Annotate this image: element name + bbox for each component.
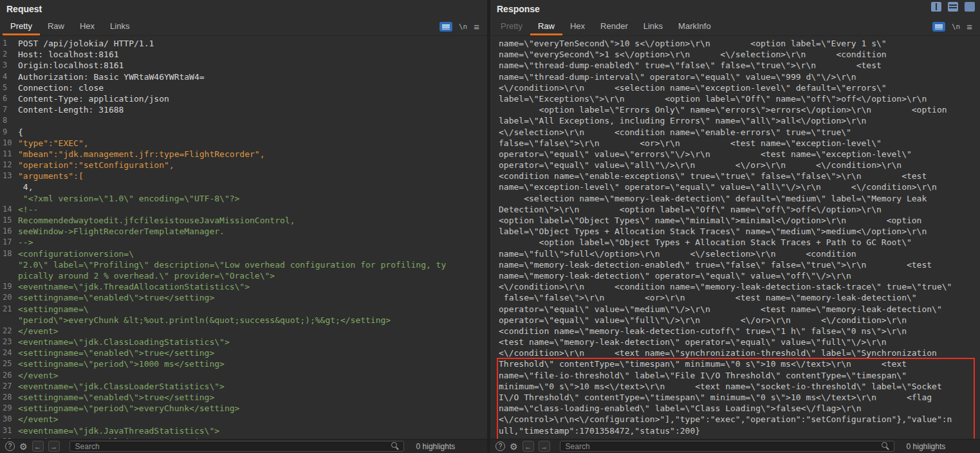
search-field-wrap [69,441,404,452]
layout-controls [931,2,975,12]
line-number: 1 [0,38,15,49]
line-number [0,181,15,192]
menu-icon[interactable]: ≡ [966,22,972,32]
code-line: <\/selection>\r\n <condition name=\"enab… [490,127,980,138]
code-line: "2.0\" label=\"Profiling\" description=\… [0,259,487,270]
code-line: name=\"memory-leak-detection\" operator=… [490,270,980,281]
line-number: 13 [0,171,15,181]
code-line: 20<settingname=\"enabled\">true</setting… [0,292,487,303]
code-line: false=\"false\">\r\n <or>\r\n <test name… [490,138,980,149]
line-number: 28 [0,392,15,403]
tab-links[interactable]: Links [636,18,670,35]
search-input[interactable] [69,441,404,452]
code-line: 8 [0,115,487,126]
tab-hex[interactable]: Hex [72,18,102,35]
code-line: operator=\"equal\" value=\"medium\"\/>\r… [490,304,980,315]
line-number [0,193,15,204]
code-line: 5Connection: close [0,82,487,93]
line-number: 12 [0,160,15,171]
tab-render[interactable]: Render [593,18,636,35]
code-line: 15Recommendedwaytoedit.jfcfilesistouseJa… [0,215,487,226]
tab-links[interactable]: Links [102,18,137,35]
prev-match-button[interactable]: ← [32,441,44,452]
single-pane-icon[interactable] [965,2,975,12]
line-number: 10 [0,138,15,149]
line-number: 9 [0,127,15,138]
settings-gear-icon[interactable]: ⚙ [19,442,28,451]
line-number: 2 [0,49,15,60]
line-number: 25 [0,358,15,369]
code-line: <option label=\"Errors Only\" name=\"err… [490,104,980,115]
code-line: 22</event> [0,326,487,337]
next-match-button[interactable]: → [48,441,60,452]
code-line: minimum=\"0 s\">10 ms<\/text>\r\n <text … [490,381,980,392]
code-line: name=\"class-loading-enabled\" label=\"C… [490,403,980,414]
split-columns-icon[interactable] [931,2,941,12]
code-line: "<?xml version=\"1.0\" encoding=\"UTF-8\… [0,193,487,204]
prev-match-button[interactable]: ← [522,441,534,452]
code-line: label=\"All Exceptions, including Errors… [490,115,980,126]
line-number: 30 [0,414,15,425]
request-tabs: PrettyRawHexLinks [3,18,137,35]
tab-hex[interactable]: Hex [562,18,593,35]
line-number: 29 [0,403,15,414]
split-rows-icon[interactable] [948,2,958,12]
code-line: 14<!-- [0,204,487,215]
code-line: label=\"Object Types + Allocation Stack … [490,226,980,237]
code-line: pically around 2 % overhead.\" provider=… [0,270,487,281]
code-line: 27<eventname=\"jdk.ClassLoaderStatistics… [0,381,487,392]
request-editor[interactable]: 1POST /api/jolokia/ HTTP/1.12Host: local… [0,36,487,439]
tab-pretty[interactable]: Pretty [493,18,530,35]
code-line: operator=\"equal\" value=\"errors\"\/>\r… [490,149,980,160]
line-number: 7 [0,104,15,115]
code-line: name=\"thread-dump-interval\" operator=\… [490,71,980,82]
code-line: Detection\">\r\n <option label=\"Off\" n… [490,204,980,215]
line-number: 23 [0,337,15,347]
code-line: 19<eventname=\"jdk.ThreadAllocationStati… [0,281,487,292]
line-number: 6 [0,93,15,104]
code-line: 11"mbean":"jdk.management.jfr:type=Fligh… [0,149,487,160]
code-line: <selection name=\"memory-leak-detection\… [490,193,980,204]
response-tab-icons: \n ≡ [932,18,977,35]
code-line: operator=\"equal\" value=\"full\"\/>\r\n… [490,315,980,326]
line-number: 8 [0,115,15,126]
code-line: <test name=\"memory-leak-detection\" ope… [490,337,980,347]
response-editor[interactable]: name=\"everyTenSecond\">10 s<\/option>\r… [490,36,980,439]
code-line: <option label=\"Object Types\" name=\"mi… [490,215,980,226]
wrap-lines-icon[interactable] [932,22,945,32]
show-newlines-icon[interactable]: \n [952,23,960,31]
code-line: 4, [0,181,487,192]
code-line: 29<settingname=\"period\">everyChunk</se… [0,403,487,414]
line-number: 31 [0,425,15,436]
tab-raw[interactable]: Raw [530,18,562,35]
line-number: 22 [0,326,15,337]
code-line: false=\"false\">\r\n <or>\r\n <test name… [490,292,980,303]
code-line: name=\"memory-leak-detection-enabled\" t… [490,259,980,270]
highlights-count: 0 highlights [416,442,456,451]
code-line: 17--> [0,237,487,248]
code-line: 6Content-Type: application/json [0,93,487,104]
wrap-lines-icon[interactable] [439,22,452,32]
tab-markinfo[interactable]: MarkInfo [670,18,719,35]
search-input[interactable] [560,441,894,452]
response-code: name=\"everyTenSecond\">10 s<\/option>\r… [490,38,980,436]
settings-gear-icon[interactable]: ⚙ [510,442,518,451]
line-number: 11 [0,149,15,160]
line-number [0,259,15,270]
code-line: 3Origin:localhost:8161 [0,60,487,71]
code-line: "period\">everyChunk &lt;%out.println(&q… [0,315,487,326]
request-header: Request [0,0,487,18]
tab-raw[interactable]: Raw [40,18,72,35]
request-tabbar: PrettyRawHexLinks \n ≡ [0,18,487,36]
code-line: <option label=\"Object Types + Allocatio… [490,237,980,248]
show-newlines-icon[interactable]: \n [459,23,467,31]
help-icon[interactable]: ? [495,441,505,451]
help-icon[interactable]: ? [5,441,15,451]
menu-icon[interactable]: ≡ [474,22,479,32]
next-match-button[interactable]: → [539,441,550,452]
line-number: 21 [0,304,15,315]
line-number: 32 [0,436,15,439]
code-line: label=\"Exceptions\">\r\n <option label=… [490,93,980,104]
tab-pretty[interactable]: Pretty [3,18,40,35]
code-line: <\/condition>\r\n <selection name=\"exce… [490,82,980,93]
